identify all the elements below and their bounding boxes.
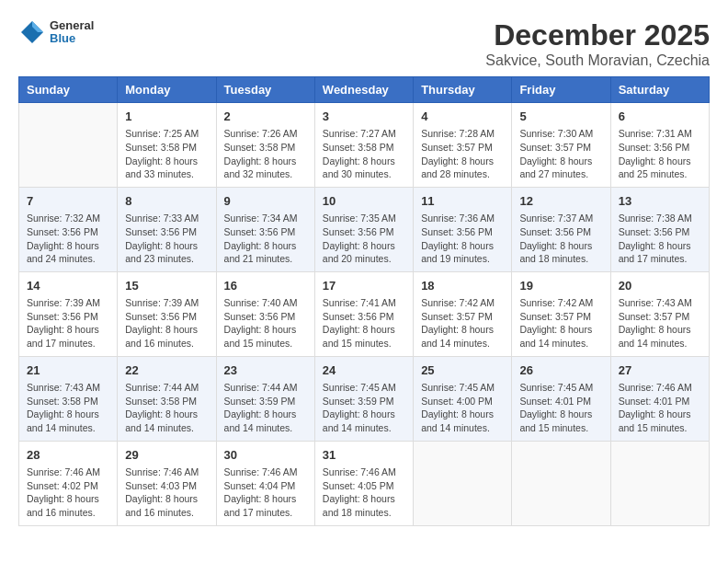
- day-info: Sunrise: 7:33 AM Sunset: 3:56 PM Dayligh…: [125, 212, 208, 266]
- day-number: 4: [421, 109, 504, 125]
- header-friday: Friday: [512, 77, 610, 103]
- logo-blue: Blue: [50, 32, 94, 45]
- calendar-cell: 15Sunrise: 7:39 AM Sunset: 3:56 PM Dayli…: [118, 271, 216, 356]
- calendar-header-row: SundayMondayTuesdayWednesdayThursdayFrid…: [19, 77, 710, 103]
- logo-icon: [18, 18, 46, 46]
- subtitle: Sakvice, South Moravian, Czechia: [485, 52, 710, 69]
- day-info: Sunrise: 7:44 AM Sunset: 3:58 PM Dayligh…: [125, 381, 208, 435]
- day-number: 20: [619, 278, 701, 294]
- calendar-cell: [512, 441, 610, 525]
- day-number: 5: [519, 109, 602, 125]
- calendar-cell: [414, 441, 512, 525]
- calendar-table: SundayMondayTuesdayWednesdayThursdayFrid…: [18, 76, 710, 526]
- day-info: Sunrise: 7:28 AM Sunset: 3:57 PM Dayligh…: [421, 127, 504, 181]
- calendar-cell: 8Sunrise: 7:33 AM Sunset: 3:56 PM Daylig…: [118, 187, 216, 271]
- calendar-cell: 3Sunrise: 7:27 AM Sunset: 3:58 PM Daylig…: [314, 103, 413, 188]
- calendar-cell: [19, 103, 118, 188]
- calendar-cell: 1Sunrise: 7:25 AM Sunset: 3:58 PM Daylig…: [118, 103, 216, 188]
- day-number: 2: [224, 109, 307, 125]
- calendar-cell: 18Sunrise: 7:42 AM Sunset: 3:57 PM Dayli…: [414, 271, 512, 356]
- day-number: 8: [125, 193, 208, 210]
- day-info: Sunrise: 7:39 AM Sunset: 3:56 PM Dayligh…: [27, 296, 109, 350]
- calendar-cell: 24Sunrise: 7:45 AM Sunset: 3:59 PM Dayli…: [314, 356, 413, 441]
- day-info: Sunrise: 7:42 AM Sunset: 3:57 PM Dayligh…: [421, 296, 504, 350]
- day-info: Sunrise: 7:27 AM Sunset: 3:58 PM Dayligh…: [323, 127, 405, 181]
- calendar-cell: 5Sunrise: 7:30 AM Sunset: 3:57 PM Daylig…: [512, 103, 610, 188]
- calendar-week-row: 28Sunrise: 7:46 AM Sunset: 4:02 PM Dayli…: [19, 441, 710, 525]
- day-number: 31: [323, 447, 405, 464]
- calendar-cell: 19Sunrise: 7:42 AM Sunset: 3:57 PM Dayli…: [512, 271, 610, 356]
- logo-text: General Blue: [50, 19, 94, 46]
- logo: General Blue: [18, 18, 94, 46]
- day-info: Sunrise: 7:34 AM Sunset: 3:56 PM Dayligh…: [224, 212, 307, 266]
- day-number: 29: [125, 447, 208, 464]
- day-number: 7: [27, 193, 109, 210]
- header-sunday: Sunday: [19, 77, 118, 103]
- calendar-cell: 22Sunrise: 7:44 AM Sunset: 3:58 PM Dayli…: [118, 356, 216, 441]
- day-number: 16: [224, 278, 307, 294]
- day-info: Sunrise: 7:37 AM Sunset: 3:56 PM Dayligh…: [519, 212, 602, 266]
- title-block: December 2025 Sakvice, South Moravian, C…: [485, 18, 710, 69]
- day-info: Sunrise: 7:45 AM Sunset: 4:01 PM Dayligh…: [519, 381, 602, 435]
- calendar-cell: 25Sunrise: 7:45 AM Sunset: 4:00 PM Dayli…: [414, 356, 512, 441]
- calendar-cell: [610, 441, 709, 525]
- calendar-cell: 14Sunrise: 7:39 AM Sunset: 3:56 PM Dayli…: [19, 271, 118, 356]
- day-number: 11: [421, 193, 504, 210]
- day-info: Sunrise: 7:46 AM Sunset: 4:02 PM Dayligh…: [27, 465, 109, 520]
- calendar-cell: 28Sunrise: 7:46 AM Sunset: 4:02 PM Dayli…: [19, 441, 118, 525]
- calendar-week-row: 14Sunrise: 7:39 AM Sunset: 3:56 PM Dayli…: [19, 271, 710, 356]
- day-number: 21: [27, 362, 109, 379]
- header-wednesday: Wednesday: [314, 77, 413, 103]
- day-number: 27: [619, 362, 701, 379]
- header-tuesday: Tuesday: [216, 77, 314, 103]
- day-info: Sunrise: 7:31 AM Sunset: 3:56 PM Dayligh…: [619, 127, 701, 181]
- day-number: 28: [27, 447, 109, 464]
- day-number: 19: [519, 278, 602, 294]
- calendar-week-row: 7Sunrise: 7:32 AM Sunset: 3:56 PM Daylig…: [19, 187, 710, 271]
- calendar-cell: 29Sunrise: 7:46 AM Sunset: 4:03 PM Dayli…: [118, 441, 216, 525]
- day-info: Sunrise: 7:42 AM Sunset: 3:57 PM Dayligh…: [519, 296, 602, 350]
- header-monday: Monday: [118, 77, 216, 103]
- day-number: 14: [27, 278, 109, 294]
- day-info: Sunrise: 7:44 AM Sunset: 3:59 PM Dayligh…: [224, 381, 307, 435]
- day-number: 26: [519, 362, 602, 379]
- calendar-cell: 7Sunrise: 7:32 AM Sunset: 3:56 PM Daylig…: [19, 187, 118, 271]
- day-number: 23: [224, 362, 307, 379]
- calendar-cell: 9Sunrise: 7:34 AM Sunset: 3:56 PM Daylig…: [216, 187, 314, 271]
- day-info: Sunrise: 7:36 AM Sunset: 3:56 PM Dayligh…: [421, 212, 504, 266]
- calendar-week-row: 21Sunrise: 7:43 AM Sunset: 3:58 PM Dayli…: [19, 356, 710, 441]
- day-number: 18: [421, 278, 504, 294]
- day-number: 3: [323, 109, 405, 125]
- day-info: Sunrise: 7:39 AM Sunset: 3:56 PM Dayligh…: [125, 296, 208, 350]
- day-number: 6: [619, 109, 701, 125]
- calendar-cell: 12Sunrise: 7:37 AM Sunset: 3:56 PM Dayli…: [512, 187, 610, 271]
- calendar-cell: 16Sunrise: 7:40 AM Sunset: 3:56 PM Dayli…: [216, 271, 314, 356]
- day-info: Sunrise: 7:46 AM Sunset: 4:03 PM Dayligh…: [125, 465, 208, 520]
- day-number: 25: [421, 362, 504, 379]
- day-info: Sunrise: 7:43 AM Sunset: 3:57 PM Dayligh…: [619, 296, 701, 350]
- calendar-cell: 4Sunrise: 7:28 AM Sunset: 3:57 PM Daylig…: [414, 103, 512, 188]
- calendar-cell: 13Sunrise: 7:38 AM Sunset: 3:56 PM Dayli…: [610, 187, 709, 271]
- day-number: 24: [323, 362, 405, 379]
- day-info: Sunrise: 7:35 AM Sunset: 3:56 PM Dayligh…: [323, 212, 405, 266]
- day-info: Sunrise: 7:40 AM Sunset: 3:56 PM Dayligh…: [224, 296, 307, 350]
- calendar-cell: 27Sunrise: 7:46 AM Sunset: 4:01 PM Dayli…: [610, 356, 709, 441]
- calendar-cell: 31Sunrise: 7:46 AM Sunset: 4:05 PM Dayli…: [314, 441, 413, 525]
- day-number: 13: [619, 193, 701, 210]
- calendar-cell: 11Sunrise: 7:36 AM Sunset: 3:56 PM Dayli…: [414, 187, 512, 271]
- day-number: 12: [519, 193, 602, 210]
- day-info: Sunrise: 7:46 AM Sunset: 4:05 PM Dayligh…: [323, 465, 405, 520]
- calendar-week-row: 1Sunrise: 7:25 AM Sunset: 3:58 PM Daylig…: [19, 103, 710, 188]
- day-info: Sunrise: 7:46 AM Sunset: 4:01 PM Dayligh…: [619, 381, 701, 435]
- day-info: Sunrise: 7:43 AM Sunset: 3:58 PM Dayligh…: [27, 381, 109, 435]
- calendar-cell: 30Sunrise: 7:46 AM Sunset: 4:04 PM Dayli…: [216, 441, 314, 525]
- header: General Blue December 2025 Sakvice, Sout…: [18, 18, 710, 69]
- day-number: 22: [125, 362, 208, 379]
- calendar-cell: 20Sunrise: 7:43 AM Sunset: 3:57 PM Dayli…: [610, 271, 709, 356]
- calendar-cell: 17Sunrise: 7:41 AM Sunset: 3:56 PM Dayli…: [314, 271, 413, 356]
- day-info: Sunrise: 7:45 AM Sunset: 3:59 PM Dayligh…: [323, 381, 405, 435]
- day-info: Sunrise: 7:41 AM Sunset: 3:56 PM Dayligh…: [323, 296, 405, 350]
- main-title: December 2025: [485, 18, 710, 52]
- day-info: Sunrise: 7:26 AM Sunset: 3:58 PM Dayligh…: [224, 127, 307, 181]
- day-info: Sunrise: 7:25 AM Sunset: 3:58 PM Dayligh…: [125, 127, 208, 181]
